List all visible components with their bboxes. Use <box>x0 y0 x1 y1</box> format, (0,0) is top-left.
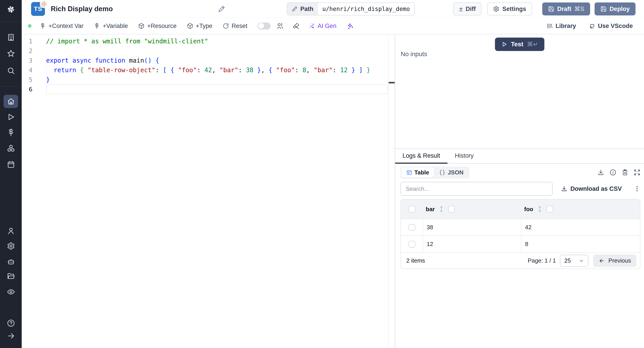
search-input[interactable] <box>400 182 552 196</box>
page-size-value: 25 <box>564 257 571 264</box>
cell-bar: 12 <box>422 236 521 252</box>
add-variable-button[interactable]: +Variable <box>94 22 128 30</box>
path-label: Path <box>300 6 314 12</box>
download-result-icon[interactable] <box>598 169 604 176</box>
line-number[interactable]: 3 <box>22 56 46 65</box>
view-option-json[interactable]: {} JSON <box>434 167 468 178</box>
expand-fullscreen-icon[interactable] <box>634 169 640 176</box>
search-icon[interactable] <box>7 67 15 75</box>
sort-icon[interactable] <box>440 206 443 212</box>
table-search-row: Download as CSV <box>400 182 640 196</box>
code-text[interactable]: return { "table-row-object": [ { "foo": … <box>46 65 388 75</box>
favorites-star-icon[interactable] <box>7 50 15 58</box>
code-line-current[interactable]: 6 <box>22 84 395 94</box>
dollar-icon <box>94 23 100 29</box>
copy-to-clipboard-icon[interactable] <box>622 169 628 176</box>
line-number[interactable]: 4 <box>22 65 46 75</box>
github-icon <box>588 22 595 29</box>
sort-icon[interactable] <box>538 206 542 212</box>
sidebar-item-settings-icon[interactable] <box>7 242 15 250</box>
column-filter-checkbox[interactable] <box>448 206 455 212</box>
editor-toolbar: +Context Var +Variable +Resource +Type <box>22 18 644 34</box>
sparkles-icon <box>346 22 354 30</box>
code-line[interactable]: 3 export async function main() { <box>22 56 395 65</box>
header-actions: ± Diff Settings Draft ⌘S <box>453 2 636 16</box>
help-icon[interactable] <box>7 319 15 327</box>
code-line[interactable]: 4 return { "table-row-object": [ { "foo"… <box>22 65 395 75</box>
table-row[interactable]: 38 42 <box>401 219 640 236</box>
diff-button[interactable]: ± Diff <box>453 2 482 16</box>
line-number[interactable]: 5 <box>22 75 46 84</box>
cell-value: 42 <box>522 224 532 231</box>
code-text[interactable]: // import * as wmill from "windmill-clie… <box>46 36 388 46</box>
view-toggle-row: Table {} JSON <box>400 166 640 178</box>
line-number[interactable]: 1 <box>22 36 46 46</box>
test-button[interactable]: Test ⌘↵ <box>495 38 544 51</box>
sidebar-item-schedules-icon[interactable] <box>7 160 15 168</box>
ai-sparkles-button[interactable] <box>346 22 354 30</box>
table-row[interactable]: 12 8 <box>401 236 640 252</box>
code-line[interactable]: 2 <box>22 46 395 56</box>
table-options-kebab-icon[interactable] <box>634 185 640 192</box>
path-value[interactable]: u/henri/rich_display_demo <box>318 3 414 15</box>
column-label-foo: foo <box>524 206 533 213</box>
sidebar-item-runs-icon[interactable] <box>7 113 15 121</box>
expand-sidebar-arrow-icon[interactable] <box>7 332 15 340</box>
column-filter-checkbox[interactable] <box>546 206 553 212</box>
run-section: Test ⌘↵ No inputs <box>395 34 644 148</box>
page-size-select[interactable]: 25 <box>560 255 588 267</box>
path-control[interactable]: Path u/henri/rich_display_demo <box>287 2 415 16</box>
code-text[interactable] <box>46 84 388 94</box>
edit-title-pencil-icon[interactable] <box>218 5 225 12</box>
add-context-var-label: +Context Var <box>48 22 84 30</box>
workspace-building-icon[interactable] <box>7 33 15 42</box>
line-number[interactable]: 2 <box>22 46 46 56</box>
plus-minus-icon: ± <box>459 6 463 12</box>
code-text[interactable]: } <box>46 75 388 84</box>
windmill-logo-icon[interactable] <box>7 5 15 14</box>
row-checkbox[interactable] <box>408 224 415 231</box>
tab-history[interactable]: History <box>448 149 481 164</box>
settings-button[interactable]: Settings <box>487 2 532 16</box>
download-csv-button[interactable]: Download as CSV <box>561 186 622 192</box>
previous-page-button[interactable]: Previous <box>593 254 636 267</box>
sidebar-item-folders-icon[interactable] <box>7 272 15 280</box>
editor-overview-ruler[interactable] <box>388 34 394 348</box>
code-line[interactable]: 1 // import * as wmill from "windmill-cl… <box>22 36 395 46</box>
result-action-icons <box>598 169 640 176</box>
cell-value: 8 <box>522 241 528 248</box>
tab-logs-result[interactable]: Logs & Result <box>395 149 448 164</box>
format-paintbrush-icon[interactable] <box>292 22 300 30</box>
row-checkbox[interactable] <box>408 241 415 248</box>
sidebar-item-resources-icon[interactable] <box>7 144 15 152</box>
code-line[interactable]: 5 } <box>22 75 395 84</box>
deploy-button[interactable]: Deploy <box>594 2 636 16</box>
draft-shortcut: ⌘S <box>574 5 584 12</box>
use-vscode-button[interactable]: Use VScode <box>588 22 633 30</box>
code-editor[interactable]: 1 // import * as wmill from "windmill-cl… <box>22 34 395 348</box>
draft-button[interactable]: Draft ⌘S <box>542 2 590 16</box>
info-icon[interactable] <box>610 169 616 176</box>
multiplayer-users-icon[interactable] <box>276 22 284 30</box>
view-option-table[interactable]: Table <box>402 167 434 178</box>
code-text[interactable] <box>46 46 388 56</box>
add-context-var-button[interactable]: +Context Var <box>40 22 84 30</box>
page-info: Page: 1 / 1 <box>528 257 556 264</box>
sidebar-item-variables-icon[interactable] <box>7 128 15 136</box>
multiplayer-toggle[interactable] <box>258 22 270 30</box>
add-type-button[interactable]: +Type <box>187 22 212 30</box>
draft-button-label: Draft <box>557 6 571 12</box>
ai-gen-button[interactable]: AI Gen <box>308 22 336 30</box>
sidebar-item-workers-bot-icon[interactable] <box>7 258 15 266</box>
sidebar-item-home[interactable] <box>4 95 18 108</box>
reset-button[interactable]: Reset <box>223 22 248 30</box>
add-resource-button[interactable]: +Resource <box>138 22 176 30</box>
dollar-icon <box>40 23 46 29</box>
sidebar-item-users-icon[interactable] <box>7 227 15 235</box>
code-text[interactable]: export async function main() { <box>46 56 388 65</box>
line-number[interactable]: 6 <box>22 84 46 94</box>
library-button[interactable]: Library <box>546 22 576 30</box>
download-csv-label: Download as CSV <box>570 186 622 192</box>
sidebar-item-audit-eye-icon[interactable] <box>7 288 15 296</box>
select-all-checkbox[interactable] <box>408 206 415 212</box>
